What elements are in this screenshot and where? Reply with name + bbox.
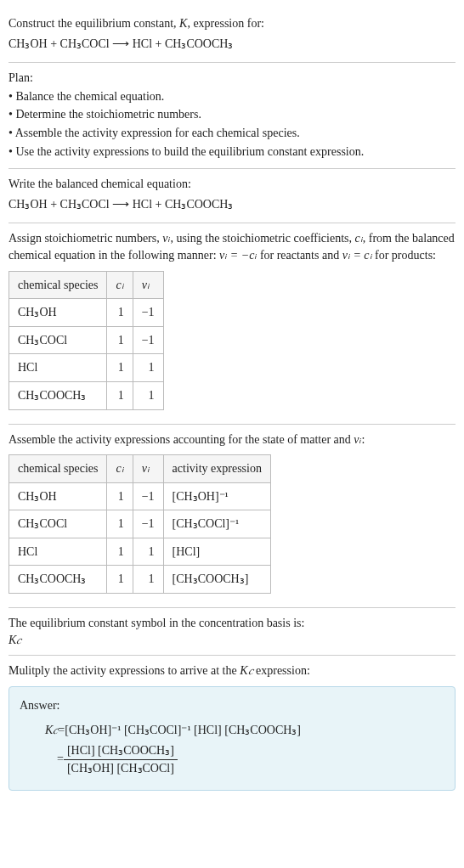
plan-section: Plan: • Balance the chemical equation. •…	[8, 63, 456, 169]
table-header-row: chemical species cᵢ νᵢ activity expressi…	[9, 455, 271, 483]
nu-symbol: νᵢ	[354, 433, 361, 446]
answer-box: Answer: K𝑐 = [CH₃OH]⁻¹ [CH₃COCl]⁻¹ [HCl]…	[8, 686, 456, 791]
expression: [CH₃OH]⁻¹ [CH₃COCl]⁻¹ [HCl] [CH₃COOCH₃]	[65, 722, 301, 739]
cell-species: CH₃COCl	[9, 510, 107, 538]
cell-ci: 1	[107, 354, 133, 382]
activity-section: Assemble the activity expressions accoun…	[8, 425, 456, 609]
table-row: CH₃OH 1 −1	[9, 299, 164, 327]
table-row: CH₃COOCH₃ 1 1 [CH₃COOCH₃]	[9, 566, 271, 594]
header-species: chemical species	[9, 271, 107, 299]
balanced-title: Write the balanced chemical equation:	[8, 176, 456, 193]
construct-label: Construct the equilibrium constant,	[8, 17, 179, 30]
cell-nu: −1	[133, 299, 163, 327]
cell-nu: 1	[133, 566, 163, 594]
header-ci: cᵢ	[107, 271, 133, 299]
constant-section: The equilibrium constant symbol in the c…	[8, 608, 456, 656]
equals: =	[57, 751, 64, 768]
table-row: HCl 1 1	[9, 354, 164, 382]
cell-ci: 1	[107, 381, 133, 409]
header-nu: νᵢ	[133, 455, 163, 483]
equation-rhs: HCl + CH₃COOCH₃	[133, 37, 234, 50]
cell-species: HCl	[9, 354, 107, 382]
stoich-intro: Assign stoichiometric numbers, νᵢ, using…	[8, 230, 456, 263]
cell-ci: 1	[107, 482, 133, 510]
table-row: CH₃COCl 1 −1 [CH₃COCl]⁻¹	[9, 510, 271, 538]
equation-lhs: CH₃OH + CH₃COCl	[8, 198, 110, 211]
text: :	[362, 433, 365, 446]
cell-ci: 1	[107, 510, 133, 538]
cell-ci: 1	[107, 566, 133, 594]
plan-item: • Determine the stoichiometric numbers.	[8, 106, 456, 123]
table-row: CH₃COOCH₃ 1 1	[9, 381, 164, 409]
construct-text: Construct the equilibrium constant, K, e…	[8, 15, 456, 32]
cell-ci: 1	[107, 299, 133, 327]
table-row: CH₃OH 1 −1 [CH₃OH]⁻¹	[9, 482, 271, 510]
header-expr: activity expression	[163, 455, 270, 483]
cell-nu: −1	[133, 510, 163, 538]
cell-expr: [CH₃COOCH₃]	[163, 566, 270, 594]
cell-nu: 1	[133, 381, 163, 409]
kc-symbol: K𝑐	[240, 664, 252, 677]
cell-ci: 1	[107, 538, 133, 566]
answer-content: K𝑐 = [CH₃OH]⁻¹ [CH₃COCl]⁻¹ [HCl] [CH₃COO…	[45, 722, 444, 776]
expression-for: , expression for:	[187, 17, 264, 30]
plan-item: • Balance the chemical equation.	[8, 88, 456, 105]
text: , using the stoichiometric coefficients,	[170, 232, 354, 245]
text: expression:	[253, 664, 310, 677]
header-ci: cᵢ	[107, 455, 133, 483]
cell-species: CH₃OH	[9, 299, 107, 327]
cell-species: CH₃COOCH₃	[9, 381, 107, 409]
equals: =	[58, 722, 65, 739]
cell-ci: 1	[107, 326, 133, 354]
cell-expr: [CH₃OH]⁻¹	[163, 482, 270, 510]
arrow-icon: ⟶	[110, 37, 133, 50]
plan-title: Plan:	[8, 70, 456, 87]
cell-nu: 1	[133, 538, 163, 566]
cell-nu: −1	[133, 326, 163, 354]
activity-table: chemical species cᵢ νᵢ activity expressi…	[8, 454, 271, 594]
header-nu: νᵢ	[133, 271, 163, 299]
answer-label: Answer:	[20, 697, 444, 714]
answer-line2: = [HCl] [CH₃COOCH₃] [CH₃OH] [CH₃COCl]	[45, 742, 444, 776]
equation-rhs: HCl + CH₃COOCH₃	[133, 198, 234, 211]
table-header-row: chemical species cᵢ νᵢ	[9, 271, 164, 299]
rule: νᵢ = cᵢ	[342, 249, 372, 262]
text: for reactants and	[257, 249, 342, 262]
cell-expr: [HCl]	[163, 538, 270, 566]
kc-symbol: K𝑐	[45, 722, 58, 739]
constant-text: The equilibrium constant symbol in the c…	[8, 615, 456, 632]
cell-species: HCl	[9, 538, 107, 566]
balanced-section: Write the balanced chemical equation: CH…	[8, 169, 456, 223]
fraction: [HCl] [CH₃COOCH₃] [CH₃OH] [CH₃COCl]	[64, 742, 178, 776]
k-symbol: K	[179, 17, 187, 30]
arrow-icon: ⟶	[110, 198, 133, 211]
rule: νᵢ = −cᵢ	[219, 249, 257, 262]
denominator: [CH₃OH] [CH₃COCl]	[64, 760, 178, 777]
cell-species: CH₃OH	[9, 482, 107, 510]
cell-expr: [CH₃COCl]⁻¹	[163, 510, 270, 538]
ci-symbol: cᵢ	[355, 232, 363, 245]
equation-lhs: CH₃OH + CH₃COCl	[8, 37, 110, 50]
cell-nu: −1	[133, 482, 163, 510]
numerator: [HCl] [CH₃COOCH₃]	[64, 742, 178, 760]
text: Mulitply the activity expressions to arr…	[8, 664, 240, 677]
stoich-section: Assign stoichiometric numbers, νᵢ, using…	[8, 223, 456, 424]
multiply-text: Mulitply the activity expressions to arr…	[8, 662, 456, 679]
plan-item: • Use the activity expressions to build …	[8, 144, 456, 161]
intro-equation: CH₃OH + CH₃COCl ⟶ HCl + CH₃COOCH₃	[8, 36, 456, 53]
answer-line1: K𝑐 = [CH₃OH]⁻¹ [CH₃COCl]⁻¹ [HCl] [CH₃COO…	[45, 722, 444, 739]
text: Assign stoichiometric numbers,	[8, 232, 162, 245]
activity-intro: Assemble the activity expressions accoun…	[8, 431, 456, 448]
balanced-equation: CH₃OH + CH₃COCl ⟶ HCl + CH₃COOCH₃	[8, 196, 456, 213]
intro-section: Construct the equilibrium constant, K, e…	[8, 8, 456, 63]
cell-species: CH₃COOCH₃	[9, 566, 107, 594]
multiply-section: Mulitply the activity expressions to arr…	[8, 656, 456, 804]
table-row: CH₃COCl 1 −1	[9, 326, 164, 354]
stoich-table: chemical species cᵢ νᵢ CH₃OH 1 −1 CH₃COC…	[8, 271, 164, 410]
text: Assemble the activity expressions accoun…	[8, 433, 354, 446]
table-row: HCl 1 1 [HCl]	[9, 538, 271, 566]
plan-item: • Assemble the activity expression for e…	[8, 125, 456, 142]
header-species: chemical species	[9, 455, 107, 483]
kc-symbol: K𝑐	[8, 632, 456, 649]
text: for products:	[372, 249, 436, 262]
